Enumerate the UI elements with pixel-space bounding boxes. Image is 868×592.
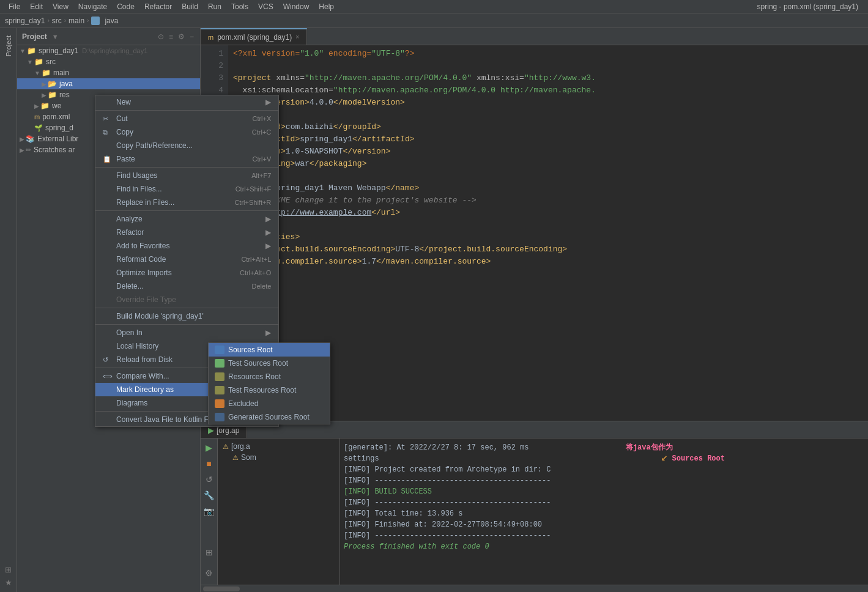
breadcrumb-java[interactable]: java <box>105 17 118 25</box>
ctx-refactor-arrow: ▶ <box>265 228 271 237</box>
scrollbar-thumb[interactable] <box>203 586 240 591</box>
tree-item-java[interactable]: ▶ 📂 java <box>17 78 200 89</box>
favorites-icon[interactable]: ★ <box>5 578 12 587</box>
breadcrumb-main[interactable]: main <box>69 17 84 25</box>
menu-navigate[interactable]: Navigate <box>75 1 111 12</box>
bottom-scrollbar[interactable] <box>201 585 868 592</box>
tree-item-src[interactable]: ▼ 📁 src <box>17 56 200 67</box>
breadcrumb-project[interactable]: spring_day1 <box>5 17 45 25</box>
submenu-test-sources-root-label: Test Sources Root <box>228 359 288 368</box>
panel-settings-icon[interactable]: ⚙ <box>177 31 186 42</box>
panel-hide-icon[interactable]: − <box>188 31 195 42</box>
breadcrumb-src[interactable]: src <box>52 17 62 25</box>
menu-run[interactable]: Run <box>204 1 225 12</box>
ctx-cut-shortcut: Ctrl+X <box>252 115 271 122</box>
ctx-reformat[interactable]: Reformat Code Ctrl+Alt+L <box>95 253 278 266</box>
code-line-13: <!-- FIXME change it to the project's we… <box>233 194 863 207</box>
run-tree-item-1[interactable]: ⚠ [org.a <box>220 441 337 452</box>
run-tool-button[interactable]: 🔧 <box>202 489 216 502</box>
run-tree-item-2[interactable]: ⚠ Som <box>220 452 337 463</box>
tree-arrow-we: ▶ <box>34 103 39 109</box>
code-line-6 <box>233 109 863 121</box>
menu-code[interactable]: Code <box>113 1 138 12</box>
tab-pom-label: pom.xml (spring_day1) <box>217 33 292 42</box>
src-folder-icon: 📁 <box>34 57 43 66</box>
ctx-add-favorites[interactable]: Add to Favorites ▶ <box>95 239 278 253</box>
code-line-14: <url>http://www.example.com</url> <box>233 207 863 219</box>
run-play-button[interactable]: ▶ <box>204 441 214 454</box>
tree-label-pom: pom.xml <box>42 113 70 121</box>
ctx-copy[interactable]: ⧉ Copy Ctrl+C <box>95 125 278 139</box>
menu-view[interactable]: View <box>49 1 72 12</box>
ctx-analyze[interactable]: Analyze ▶ <box>95 212 278 226</box>
editor-tab-pom[interactable]: m pom.xml (spring_day1) × <box>201 28 307 45</box>
ctx-find-usages[interactable]: Find Usages Alt+F7 <box>95 169 278 182</box>
submenu-test-sources-root[interactable]: Test Sources Root <box>209 357 330 370</box>
ctx-build-module[interactable]: Build Module 'spring_day1' <box>95 309 278 323</box>
tree-item-main[interactable]: ▼ 📁 main <box>17 67 200 78</box>
ctx-open-in-arrow: ▶ <box>265 328 271 337</box>
menu-edit[interactable]: Edit <box>26 1 46 12</box>
menu-window[interactable]: Window <box>280 1 313 12</box>
ctx-add-favorites-arrow: ▶ <box>265 242 271 250</box>
breadcrumb-sep-2: › <box>64 17 66 24</box>
panel-locate-icon[interactable]: ⊙ <box>157 31 165 42</box>
menu-refactor[interactable]: Refactor <box>141 1 176 12</box>
structure-icon[interactable]: ⊞ <box>5 565 12 574</box>
run-expand-button[interactable]: ⊞ <box>204 546 215 559</box>
ctx-refactor[interactable]: Refactor ▶ <box>95 226 278 239</box>
ctx-replace-files[interactable]: Replace in Files... Ctrl+Shift+R <box>95 196 278 209</box>
submenu-resources-root[interactable]: Resources Root <box>209 370 330 383</box>
submenu-sources-root[interactable]: Sources Root <box>209 343 330 357</box>
menu-build[interactable]: Build <box>178 1 202 12</box>
pom-icon: m <box>34 113 40 120</box>
ctx-build-label: Build Module 'spring_day1' <box>116 312 271 320</box>
project-folder-icon: 📁 <box>27 46 36 55</box>
run-camera-button[interactable]: 📷 <box>202 505 216 518</box>
ctx-copy-path[interactable]: Copy Path/Reference... <box>95 139 278 152</box>
line-num-3: 3 <box>203 72 223 84</box>
project-tab[interactable]: Project <box>2 31 15 61</box>
run-settings-button[interactable]: ⚙ <box>203 566 215 580</box>
ctx-open-in[interactable]: Open In ▶ <box>95 326 278 339</box>
menu-vcs[interactable]: VCS <box>254 1 277 12</box>
ctx-delete-label: Delete... <box>116 282 245 290</box>
code-line-4: xsi:schemaLocation="http://maven.apache.… <box>233 84 863 97</box>
ctx-paste-icon: 📋 <box>103 155 113 163</box>
submenu-test-resources-root[interactable]: Test Resources Root <box>209 383 330 397</box>
tree-arrow-scratch: ▶ <box>20 147 24 154</box>
ctx-paste[interactable]: 📋 Paste Ctrl+V <box>95 152 278 166</box>
code-line-3: <project xmlns="http://maven.apache.org/… <box>233 72 863 84</box>
log-line-6: [INFO] BUILD SUCCESS <box>344 486 864 497</box>
breadcrumb-sep-1: › <box>47 17 49 24</box>
panel-title: Project <box>22 32 47 41</box>
log-line-12: Process finished with exit code 0 <box>344 541 864 552</box>
right-side: m pom.xml (spring_day1) × 1 2 3 4 5 6 7 … <box>201 28 868 592</box>
submenu-excluded[interactable]: Excluded <box>209 397 330 410</box>
ctx-new-label: New <box>116 98 263 106</box>
panel-header: Project ▼ ⊙ ≡ ⚙ − <box>17 28 200 45</box>
run-rerun-button[interactable]: ↺ <box>204 473 215 486</box>
left-sidebar-strip: Project ⊞ ★ <box>0 28 17 592</box>
ctx-optimize[interactable]: Optimize Imports Ctrl+Alt+O <box>95 266 278 279</box>
ctx-cut[interactable]: ✂ Cut Ctrl+X <box>95 112 278 125</box>
ctx-new[interactable]: New ▶ <box>95 95 278 109</box>
tree-arrow-main: ▼ <box>34 70 40 76</box>
log-line-4: [INFO] Project created from Archetype in… <box>344 464 864 475</box>
ctx-delete[interactable]: Delete... Delete <box>95 279 278 293</box>
panel-collapse-icon[interactable]: ≡ <box>168 31 174 42</box>
menu-help[interactable]: Help <box>315 1 338 12</box>
submenu-generated-sources-root[interactable]: Generated Sources Root <box>209 410 330 424</box>
menu-file[interactable]: File <box>5 1 24 12</box>
run-tree-label-2: Som <box>241 453 256 462</box>
tree-arrow-ext: ▶ <box>20 136 24 142</box>
panel-dropdown-icon[interactable]: ▼ <box>52 33 59 40</box>
run-stop-button[interactable]: ■ <box>204 457 213 470</box>
tree-item-root[interactable]: ▼ 📁 spring_day1 D:\spring\spring_day1 <box>17 45 200 56</box>
tab-close-button[interactable]: × <box>295 34 299 40</box>
ctx-copy-label: Copy <box>116 128 245 136</box>
ctx-find-files[interactable]: Find in Files... Ctrl+Shift+F <box>95 182 278 196</box>
log-line-10: [INFO] ---------------------------------… <box>344 530 864 541</box>
menu-tools[interactable]: Tools <box>228 1 252 12</box>
log-line-2: settings ↙ Sources Root <box>344 453 864 464</box>
